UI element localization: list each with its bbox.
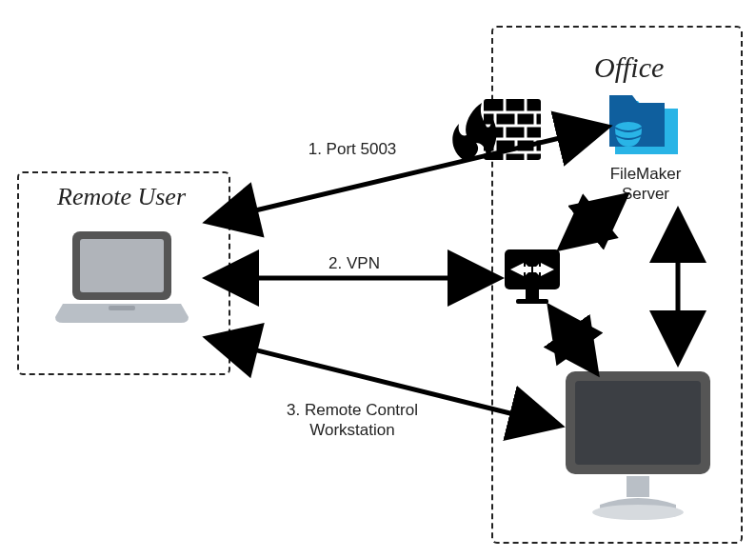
caption-remote-control-line2: Workstation [309,421,394,439]
arrow-vpn-to-workstation [552,310,594,369]
caption-vpn: 2. VPN [316,253,392,273]
caption-remote-control-line1: 3. Remote Control [287,401,418,419]
caption-port-5003: 1. Port 5003 [295,139,409,159]
caption-remote-control: 3. Remote Control Workstation [267,400,438,441]
arrow-vpn-to-filemaker [564,198,623,246]
